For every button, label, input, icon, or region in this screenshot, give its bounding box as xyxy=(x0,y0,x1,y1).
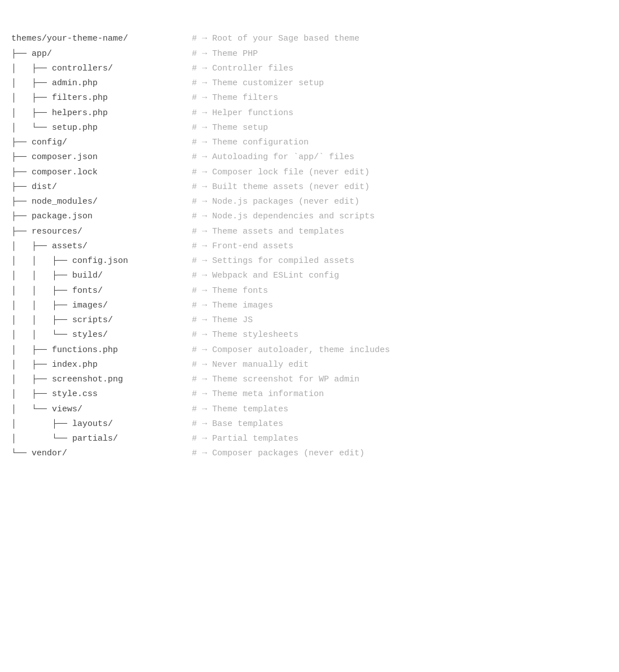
tree-row: ├── resources/# → Theme assets and templ… xyxy=(11,225,608,239)
tree-row: │ │ ├── config.json# → Settings for comp… xyxy=(11,254,608,269)
tree-path: │ ├── assets/ xyxy=(11,239,192,254)
tree-row: ├── composer.lock# → Composer lock file … xyxy=(11,165,608,180)
tree-path: themes/your-theme-name/ xyxy=(11,32,192,46)
tree-path: │ └── setup.php xyxy=(11,121,192,135)
tree-comment: # → Theme customizer setup xyxy=(192,76,324,91)
tree-comment: # → Theme templates xyxy=(192,402,288,417)
tree-row: │ │ ├── images/# → Theme images xyxy=(11,298,608,313)
tree-path: │ │ └── styles/ xyxy=(11,328,192,342)
tree-row: │ ├── style.css# → Theme meta informatio… xyxy=(11,387,608,402)
tree-comment: # → Theme meta information xyxy=(192,387,324,402)
tree-path: │ │ ├── scripts/ xyxy=(11,313,192,328)
tree-row: │ └── setup.php# → Theme setup xyxy=(11,121,608,135)
tree-row: ├── composer.json# → Autoloading for `ap… xyxy=(11,150,608,165)
tree-comment: # → Composer packages (never edit) xyxy=(192,446,365,461)
tree-row: │ │ ├── scripts/# → Theme JS xyxy=(11,313,608,328)
tree-comment: # → Theme filters xyxy=(192,91,278,106)
tree-row: ├── dist/# → Built theme assets (never e… xyxy=(11,180,608,195)
tree-path: │ ├── layouts/ xyxy=(11,417,192,432)
tree-row: │ │ ├── build/# → Webpack and ESLint con… xyxy=(11,269,608,283)
tree-row: │ ├── index.php# → Never manually edit xyxy=(11,358,608,372)
tree-path: │ ├── style.css xyxy=(11,387,192,402)
tree-comment: # → Never manually edit xyxy=(192,358,309,372)
tree-comment: # → Base templates xyxy=(192,417,283,432)
tree-path: ├── composer.lock xyxy=(11,165,192,180)
tree-row: │ │ ├── fonts/# → Theme fonts xyxy=(11,284,608,298)
tree-comment: # → Built theme assets (never edit) xyxy=(192,180,370,195)
tree-path: │ │ ├── build/ xyxy=(11,269,192,283)
tree-row: │ ├── admin.php# → Theme customizer setu… xyxy=(11,76,608,91)
tree-row: │ │ └── styles/# → Theme stylesheets xyxy=(11,328,608,342)
tree-path: ├── config/ xyxy=(11,135,192,150)
file-tree: themes/your-theme-name/# → Root of your … xyxy=(11,17,608,462)
tree-comment: # → Theme configuration xyxy=(192,135,309,150)
tree-path: ├── package.json xyxy=(11,209,192,224)
tree-row: └── vendor/# → Composer packages (never … xyxy=(11,446,608,461)
tree-path: │ ├── helpers.php xyxy=(11,106,192,121)
tree-path: ├── resources/ xyxy=(11,225,192,239)
tree-comment: # → Theme assets and templates xyxy=(192,225,344,239)
tree-row: │ ├── screenshot.png# → Theme screenshot… xyxy=(11,372,608,387)
tree-path: │ ├── index.php xyxy=(11,358,192,372)
tree-comment: # → Composer lock file (never edit) xyxy=(192,165,370,180)
tree-path: │ │ ├── fonts/ xyxy=(11,284,192,298)
tree-row: │ ├── assets/# → Front-end assets xyxy=(11,239,608,254)
tree-path: └── vendor/ xyxy=(11,446,192,461)
tree-comment: # → Controller files xyxy=(192,62,293,76)
tree-comment: # → Theme fonts xyxy=(192,284,268,298)
tree-comment: # → Webpack and ESLint config xyxy=(192,269,339,283)
tree-path: ├── dist/ xyxy=(11,180,192,195)
tree-comment: # → Theme images xyxy=(192,298,273,313)
tree-row: │ ├── helpers.php# → Helper functions xyxy=(11,106,608,121)
tree-path: │ ├── functions.php xyxy=(11,343,192,358)
tree-comment: # → Node.js dependencies and scripts xyxy=(192,209,375,224)
tree-path: │ │ ├── images/ xyxy=(11,298,192,313)
tree-path: │ ├── screenshot.png xyxy=(11,372,192,387)
tree-path: ├── composer.json xyxy=(11,150,192,165)
tree-row: │ ├── functions.php# → Composer autoload… xyxy=(11,343,608,358)
tree-path: │ ├── controllers/ xyxy=(11,62,192,76)
tree-comment: # → Theme JS xyxy=(192,313,253,328)
tree-comment: # → Theme setup xyxy=(192,121,268,135)
tree-path: ├── app/ xyxy=(11,47,192,62)
tree-row: ├── package.json# → Node.js dependencies… xyxy=(11,209,608,224)
tree-row: │ ├── filters.php# → Theme filters xyxy=(11,91,608,106)
tree-row: │ ├── controllers/# → Controller files xyxy=(11,62,608,76)
tree-path: │ └── partials/ xyxy=(11,432,192,446)
tree-comment: # → Helper functions xyxy=(192,106,293,121)
tree-row: ├── config/# → Theme configuration xyxy=(11,135,608,150)
tree-comment: # → Root of your Sage based theme xyxy=(192,32,359,46)
tree-comment: # → Node.js packages (never edit) xyxy=(192,195,359,209)
tree-comment: # → Front-end assets xyxy=(192,239,293,254)
tree-path: │ ├── admin.php xyxy=(11,76,192,91)
tree-row: themes/your-theme-name/# → Root of your … xyxy=(11,32,608,46)
tree-comment: # → Partial templates xyxy=(192,432,298,446)
tree-comment: # → Composer autoloader, theme includes xyxy=(192,343,390,358)
tree-comment: # → Settings for compiled assets xyxy=(192,254,354,269)
tree-comment: # → Theme stylesheets xyxy=(192,328,298,342)
tree-row: │ └── partials/# → Partial templates xyxy=(11,432,608,446)
tree-path: │ ├── filters.php xyxy=(11,91,192,106)
tree-comment: # → Autoloading for `app/` files xyxy=(192,150,354,165)
tree-row: ├── app/# → Theme PHP xyxy=(11,47,608,62)
tree-comment: # → Theme PHP xyxy=(192,47,258,62)
tree-row: ├── node_modules/# → Node.js packages (n… xyxy=(11,195,608,209)
tree-row: │ └── views/# → Theme templates xyxy=(11,402,608,417)
tree-path: ├── node_modules/ xyxy=(11,195,192,209)
tree-comment: # → Theme screenshot for WP admin xyxy=(192,372,359,387)
tree-row: │ ├── layouts/# → Base templates xyxy=(11,417,608,432)
tree-path: │ └── views/ xyxy=(11,402,192,417)
tree-path: │ │ ├── config.json xyxy=(11,254,192,269)
